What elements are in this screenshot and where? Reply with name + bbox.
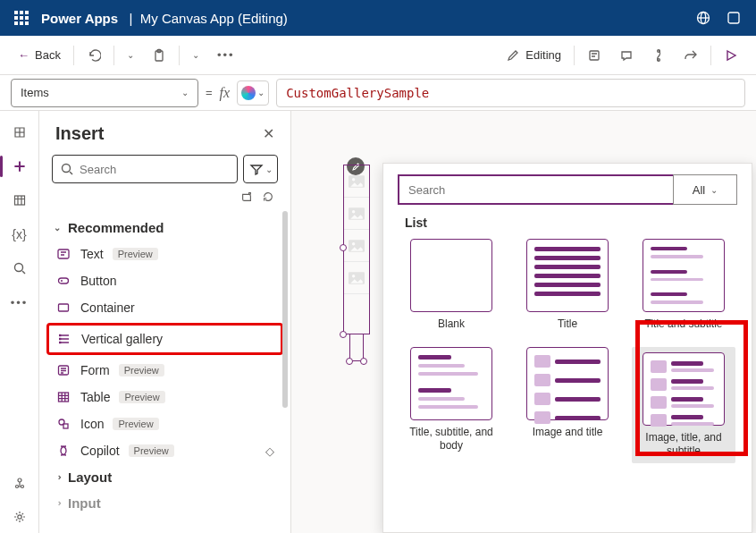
layout-card-label: Image, title, and subtitle [637, 431, 730, 458]
insert-tab[interactable] [2, 150, 38, 182]
layout-search-box[interactable] [398, 174, 673, 205]
close-pane-button[interactable]: ✕ [263, 125, 274, 142]
environment-icon[interactable] [688, 0, 718, 36]
layout-card-title-subtitle-body[interactable]: Title, subtitle, and body [399, 347, 503, 463]
layout-card-label: Title [558, 317, 577, 331]
layout-filter-label: All [693, 183, 705, 197]
search-tab[interactable] [2, 252, 38, 284]
chevron-down-icon: ⌄ [181, 88, 189, 97]
brand-label: Power Apps [41, 11, 118, 26]
insert-pane-title: Insert [55, 123, 104, 144]
group-layout[interactable]: ⌄ Layout [48, 464, 281, 490]
app-launcher-button[interactable] [7, 0, 36, 36]
formula-input[interactable] [276, 79, 745, 107]
refresh-button[interactable] [262, 190, 274, 206]
chevron-down-icon: ⌄ [257, 88, 265, 97]
data-tab[interactable] [2, 184, 38, 216]
property-name: Items [21, 86, 49, 99]
play-button[interactable] [717, 41, 745, 70]
chevron-down-icon: ⌄ [265, 165, 273, 174]
variables-tab[interactable]: {x} [2, 218, 38, 250]
paste-menu[interactable]: ⌄ [185, 41, 206, 70]
svg-point-35 [352, 275, 355, 277]
chevron-right-icon: ⌄ [53, 500, 63, 507]
layout-search-input[interactable] [408, 183, 664, 197]
layout-card-title[interactable]: Title [516, 239, 619, 331]
layout-card-label: Blank [438, 317, 465, 331]
help-icon[interactable] [718, 0, 749, 36]
svg-rect-21 [59, 342, 61, 343]
copilot-icon [55, 443, 71, 459]
insert-filter-button[interactable]: ⌄ [243, 155, 278, 183]
insert-search-input[interactable] [80, 163, 230, 176]
svg-point-6 [658, 49, 660, 52]
chevron-down-icon: ⌄ [127, 50, 134, 60]
command-bar: ← Back ⌄ ⌄ ••• Editing [0, 36, 756, 75]
svg-rect-20 [59, 338, 61, 340]
insert-item-label: Vertical gallery [81, 332, 163, 346]
back-label: Back [35, 48, 61, 62]
separator [710, 46, 711, 65]
group-input[interactable]: ⌄ Input [48, 490, 281, 516]
copilot-icon [241, 86, 256, 100]
svg-point-14 [63, 165, 71, 173]
layout-grid: Blank Title Title and [398, 239, 737, 463]
get-components-button[interactable] [240, 190, 253, 206]
pencil-icon [506, 48, 520, 63]
layout-card-image-title-subtitle[interactable]: Image, title, and subtitle [632, 347, 735, 463]
insert-item-label: Button [80, 274, 116, 288]
filter-icon [249, 162, 264, 176]
layout-thumb [643, 239, 725, 312]
undo-button[interactable] [80, 41, 108, 70]
svg-rect-2 [728, 13, 739, 23]
insert-pane: Insert ✕ ⌄ ⌄ Recommended [39, 111, 291, 533]
insert-item-button[interactable]: Button [48, 267, 281, 294]
layout-card-blank[interactable]: Blank [399, 239, 503, 331]
copilot-formula-button[interactable]: ⌄ [237, 80, 269, 106]
insert-item-label: Table [80, 390, 110, 404]
checker-button[interactable] [644, 41, 673, 70]
waffle-icon [14, 11, 29, 25]
insert-item-vertical-gallery[interactable]: Vertical gallery [46, 323, 283, 355]
canvas-selected-gallery[interactable] [343, 165, 370, 361]
insert-item-table[interactable]: Table Preview [48, 384, 281, 410]
settings-tab[interactable] [2, 501, 38, 533]
layout-card-label: Title and subtitle [645, 317, 723, 331]
undo-menu[interactable]: ⌄ [120, 41, 141, 70]
insert-item-icon[interactable]: Icon Preview [48, 410, 281, 437]
insert-item-container[interactable]: Container [48, 294, 281, 321]
more-tab[interactable]: ••• [2, 286, 38, 318]
comments-button[interactable] [612, 41, 641, 70]
overflow-button[interactable]: ••• [210, 41, 242, 70]
equals-label: = [206, 86, 213, 99]
insert-item-copilot[interactable]: Copilot Preview ◇ [48, 437, 281, 464]
share-button[interactable] [676, 41, 705, 70]
layout-card-title-subtitle[interactable]: Title and subtitle [632, 239, 735, 331]
tools-tab[interactable] [2, 467, 38, 499]
preview-badge: Preview [129, 444, 174, 457]
insert-search-box[interactable] [52, 155, 238, 183]
tree-view-tab[interactable] [2, 116, 38, 148]
chevron-down-icon: ⌄ [54, 223, 61, 233]
group-recommended[interactable]: ⌄ Recommended [48, 215, 281, 241]
fx-icon: fx [220, 85, 231, 101]
group-input-label: Input [68, 495, 101, 511]
svg-rect-16 [59, 278, 69, 283]
scrollbar[interactable] [282, 211, 288, 408]
svg-rect-19 [59, 334, 61, 336]
svg-point-17 [61, 280, 63, 282]
insert-item-form[interactable]: Form Preview [48, 357, 281, 384]
property-dropdown[interactable]: Items ⌄ [11, 79, 198, 107]
preview-badge: Preview [113, 418, 158, 430]
layout-card-label: Title, subtitle, and body [402, 426, 500, 453]
layout-thumb [410, 239, 492, 312]
notes-button[interactable] [580, 41, 609, 70]
more-icon: ••• [217, 48, 235, 62]
layout-card-image-title[interactable]: Image and title [516, 347, 619, 463]
layout-filter-dropdown[interactable]: All ⌄ [673, 174, 737, 205]
back-button[interactable]: ← Back [11, 41, 68, 70]
insert-item-text[interactable]: Text Preview [48, 241, 281, 267]
editing-mode-button[interactable]: Editing [499, 41, 568, 70]
paste-button[interactable] [145, 41, 173, 70]
insert-item-label: Form [80, 363, 110, 377]
